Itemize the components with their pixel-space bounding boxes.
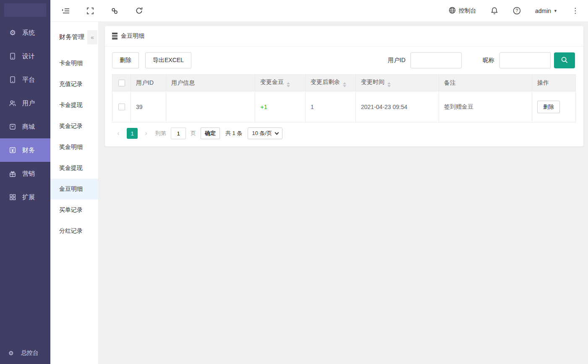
chevron-down-icon [275,130,279,135]
refresh-icon[interactable] [134,6,144,16]
goto-confirm-button[interactable]: 确定 [201,127,220,139]
collapse-sidebar-button[interactable]: « [87,30,97,44]
page-size-select[interactable]: 10 条/页 [248,127,282,139]
toolbar: 删除 导出EXCEL 用户ID 昵称 [105,47,583,73]
subnav-item-gold-bean-detail[interactable]: 金豆明细 [50,179,98,200]
admin-menu[interactable]: admin ▼ [535,8,557,14]
col-change-amount[interactable]: 变更金豆 [255,75,306,91]
goto-prefix-label: 到第 [155,130,166,137]
cell-balance-after: 1 [306,91,356,122]
sidebar-item-label: 营销 [22,170,35,178]
sidebar-item-platform[interactable]: 平台 [0,68,50,91]
table-container: 用户ID 用户信息 变更金豆 变更后剩余 变更时间 备注 操作 [105,73,583,122]
user-id-input[interactable] [410,52,462,68]
chevron-down-icon: ▼ [554,9,557,13]
sidebar-item-extension[interactable]: 扩展 [0,185,50,209]
search-button[interactable] [554,52,575,68]
table-row: 39 +1 1 2021-04-23 09:54 签到赠金豆 删除 [112,91,576,122]
page-size-label: 10 条/页 [252,130,272,137]
gold-bean-table: 用户ID 用户信息 变更金豆 变更后剩余 变更时间 备注 操作 [112,74,576,122]
sidebar-item-label: 总控台 [21,349,39,357]
subnav-item-bonus-detail[interactable]: 奖金明细 [50,137,98,158]
row-delete-button[interactable]: 删除 [537,101,560,113]
admin-label: admin [535,8,551,14]
cell-user-id: 39 [131,91,166,122]
sort-icon[interactable] [287,82,290,87]
yuan-square-icon [8,146,17,154]
content-area: 金豆明细 删除 导出EXCEL 用户ID 昵称 [99,22,588,364]
gift-icon [8,169,17,178]
goto-suffix-label: 页 [191,130,196,137]
tablet-icon [8,52,17,60]
mall-icon [8,122,17,131]
sort-icon[interactable] [343,82,346,87]
topbar: 控制台 ? admin ▼ ⋮ [50,0,588,22]
col-change-time[interactable]: 变更时间 [356,75,439,91]
sidebar-item-label: 财务 [22,146,35,154]
sidebar-item-master-console[interactable]: ⚙ 总控台 [0,342,50,364]
subnav-item-order-record[interactable]: 买单记录 [50,200,98,221]
col-balance-after[interactable]: 变更后剩余 [306,75,356,91]
nickname-label: 昵称 [483,57,494,64]
sidebar-item-label: 设计 [22,52,35,60]
user-id-label: 用户ID [388,57,405,64]
sidebar-item-label: 系统 [22,29,35,37]
sub-sidebar: 财务管理 « 卡金明细 充值记录 卡金提现 奖金记录 奖金明细 奖金提现 金豆明… [50,22,99,364]
globe-icon [449,7,456,15]
subnav-item-dividend-record[interactable]: 分红记录 [50,221,98,242]
sidebar-item-mall[interactable]: 商城 [0,115,50,138]
col-user-id: 用户ID [131,75,166,91]
cell-change-amount: +1 [255,91,306,122]
users-icon [8,99,17,107]
gear-icon: ⚙ [8,29,17,37]
sidebar-item-design[interactable]: 设计 [0,44,50,68]
row-checkbox[interactable] [118,104,125,110]
bell-icon[interactable] [490,6,499,16]
select-all-checkbox[interactable] [118,80,125,86]
sort-icon[interactable] [387,82,391,87]
cell-change-time: 2021-04-23 09:54 [356,91,439,122]
cell-user-info [166,91,255,122]
page-title: 金豆明细 [121,32,144,40]
subnav-item-card-gold-detail[interactable]: 卡金明细 [50,53,98,74]
sidebar-item-label: 平台 [22,76,35,84]
cell-remark: 签到赠金豆 [439,91,532,122]
menu-fold-icon[interactable] [61,6,71,16]
table-header-row: 用户ID 用户信息 变更金豆 变更后剩余 变更时间 备注 操作 [112,75,576,91]
next-page-button[interactable]: › [141,128,151,139]
sidebar-item-marketing[interactable]: 营销 [0,162,50,185]
sidebar-item-label: 扩展 [22,193,35,201]
subnav-item-card-gold-withdraw[interactable]: 卡金提现 [50,95,98,116]
link-icon[interactable] [110,6,119,16]
subnav-item-bonus-record[interactable]: 奖金记录 [50,116,98,137]
card-header: 金豆明细 [105,26,583,47]
console-label: 控制台 [459,7,476,15]
goto-page-input[interactable] [171,127,186,139]
delete-button[interactable]: 删除 [112,52,139,68]
logo [4,3,46,17]
help-icon[interactable]: ? [512,6,522,16]
subnav-item-bonus-withdraw[interactable]: 奖金提现 [50,158,98,179]
prev-page-button[interactable]: ‹ [114,128,123,139]
total-count-label: 共 1 条 [225,130,242,137]
sidebar-item-users[interactable]: 用户 [0,91,50,115]
device-icon [8,75,17,84]
search-icon [560,56,569,65]
sub-nav: 卡金明细 充值记录 卡金提现 奖金记录 奖金明细 奖金提现 金豆明细 买单记录 … [50,53,98,242]
gold-bean-detail-card: 金豆明细 删除 导出EXCEL 用户ID 昵称 [105,26,583,146]
export-excel-button[interactable]: 导出EXCEL [145,52,191,68]
pagination: ‹ 1 › 到第 页 确定 共 1 条 10 条/页 [105,122,583,146]
sidebar-item-finance[interactable]: 财务 [0,138,50,162]
sidebar-item-system[interactable]: ⚙ 系统 [0,21,50,44]
nickname-input[interactable] [499,52,551,68]
subnav-item-recharge-record[interactable]: 充值记录 [50,74,98,95]
app-window: ⚙ 系统 设计 平台 用户 [0,0,588,364]
console-button[interactable]: 控制台 [449,7,476,15]
kebab-menu-icon[interactable]: ⋮ [571,6,580,15]
grid-icon [8,193,17,201]
primary-nav: ⚙ 系统 设计 平台 用户 [0,21,50,209]
primary-sidebar: ⚙ 系统 设计 平台 用户 [0,0,50,364]
current-page-button[interactable]: 1 [127,128,138,139]
list-icon [112,33,118,39]
fullscreen-icon[interactable] [86,6,95,16]
